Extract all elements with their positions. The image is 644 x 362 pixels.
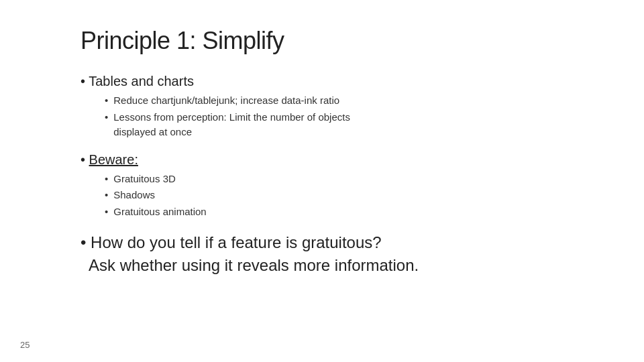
sub-bullet-dot-5: • xyxy=(105,204,108,220)
sub-bullet-dot-1: • xyxy=(105,93,108,109)
main-bullet-tables-text: • Tables and charts xyxy=(80,74,194,89)
main-bullet-beware: • Beware: xyxy=(80,152,590,168)
slide-number: 25 xyxy=(20,340,30,350)
sub-bullet-shadows-text: Shadows xyxy=(113,188,155,203)
sub-bullet-dot-4: • xyxy=(105,188,108,203)
large-text-line2: Ask whether using it reveals more inform… xyxy=(80,256,419,274)
sub-bullet-dot-2: • xyxy=(105,110,108,125)
sub-bullet-animation: • Gratuitous animation xyxy=(105,204,590,220)
sub-bullets-beware: • Gratuitous 3D • Shadows • Gratuitous a… xyxy=(105,172,590,220)
section-tables: • Tables and charts • Reduce chartjunk/t… xyxy=(80,74,590,140)
slide-title: Principle 1: Simplify xyxy=(80,27,590,55)
section-gratuitous: • How do you tell if a feature is gratui… xyxy=(80,231,590,276)
slide-container: Principle 1: Simplify • Tables and chart… xyxy=(0,0,644,362)
sub-bullet-chartjunk: • Reduce chartjunk/tablejunk; increase d… xyxy=(105,93,590,109)
main-bullet-tables: • Tables and charts xyxy=(80,74,590,89)
sub-bullet-dot-3: • xyxy=(105,172,108,187)
main-bullet-beware-text: Beware: xyxy=(89,152,138,168)
main-bullet-beware-dot: • xyxy=(80,152,89,168)
sub-bullet-perception: • Lessons from perception: Limit the num… xyxy=(105,110,590,140)
section-beware: • Beware: • Gratuitous 3D • Shadows • Gr… xyxy=(80,152,590,220)
sub-bullet-perception-text: Lessons from perception: Limit the numbe… xyxy=(113,110,350,140)
sub-bullet-shadows: • Shadows xyxy=(105,188,590,203)
sub-bullet-chartjunk-text: Reduce chartjunk/tablejunk; increase dat… xyxy=(113,93,339,109)
sub-bullets-tables: • Reduce chartjunk/tablejunk; increase d… xyxy=(105,93,590,140)
sub-bullet-animation-text: Gratuitous animation xyxy=(113,204,206,220)
sub-bullet-3d: • Gratuitous 3D xyxy=(105,172,590,187)
sub-bullet-3d-text: Gratuitous 3D xyxy=(113,172,176,187)
large-text-line1: • How do you tell if a feature is gratui… xyxy=(80,233,382,251)
large-text-content: • How do you tell if a feature is gratui… xyxy=(80,231,419,276)
